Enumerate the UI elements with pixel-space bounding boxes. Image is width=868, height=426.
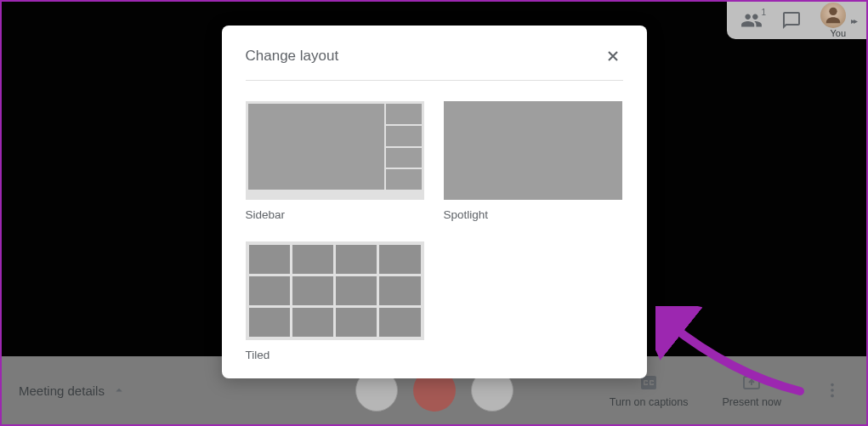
layout-label-sidebar: Sidebar <box>246 208 425 221</box>
close-icon <box>604 48 621 65</box>
annotation-arrow <box>655 306 825 408</box>
spotlight-preview <box>444 101 622 200</box>
tiled-preview <box>246 241 424 340</box>
dialog-title: Change layout <box>246 48 339 65</box>
dialog-overlay: Change layout Sidebar <box>2 2 866 424</box>
change-layout-dialog: Change layout Sidebar <box>222 26 647 378</box>
layout-option-spotlight[interactable]: Spotlight <box>444 101 623 221</box>
layout-label-spotlight: Spotlight <box>444 208 623 221</box>
close-button[interactable] <box>603 46 623 66</box>
layout-label-tiled: Tiled <box>246 349 425 361</box>
layout-options-grid: Sidebar Spotlight Tiled <box>246 101 623 361</box>
divider <box>246 80 623 81</box>
layout-option-sidebar[interactable]: Sidebar <box>246 101 425 221</box>
sidebar-preview <box>246 101 424 200</box>
layout-option-tiled[interactable]: Tiled <box>246 241 425 361</box>
dialog-header: Change layout <box>246 46 623 80</box>
